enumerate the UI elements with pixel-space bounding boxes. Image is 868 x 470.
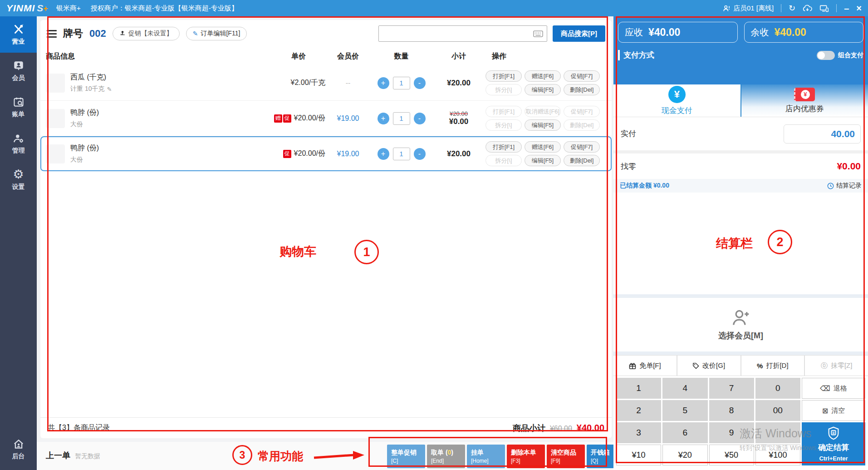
- numpad-key-1[interactable]: 1: [616, 378, 661, 399]
- denom-100-key[interactable]: ¥100: [755, 445, 800, 465]
- denom-10-key[interactable]: ¥10: [616, 445, 661, 465]
- person-plus-icon: [731, 308, 751, 327]
- whole-order-promo-button[interactable]: 整单促销 [C]: [387, 445, 425, 468]
- cart-row-duckneck[interactable]: 鸭脖 (份) 大份 促 ¥20.00/份 ¥19.00 + - ¥20.00: [40, 136, 612, 172]
- product-search-input[interactable]: [383, 30, 533, 38]
- hold-order-button[interactable]: 挂单 [Home]: [467, 445, 505, 468]
- sidebar-item-settings[interactable]: ⚙ 设置: [0, 162, 37, 198]
- clear-products-button[interactable]: 清空商品 [F9]: [547, 445, 585, 468]
- sidebar-item-bills[interactable]: 账单: [0, 89, 37, 125]
- edit-weight-icon[interactable]: ✎: [107, 86, 112, 93]
- product-thumbnail: [46, 74, 65, 93]
- receivable-box: 应收 ¥40.00: [618, 22, 738, 43]
- cart-row-duckneck-gift[interactable]: 鸭脖 (份) 大份 赠 促 ¥20.00/份 ¥19.00 + -: [40, 101, 612, 136]
- logo-text: YINMI: [6, 3, 35, 13]
- delete-row-button[interactable]: 删除[Del]: [564, 155, 600, 166]
- qty-input[interactable]: [393, 112, 410, 125]
- paid-amount-input[interactable]: [784, 124, 861, 143]
- qty-plus-button[interactable]: +: [378, 113, 389, 124]
- sidebar-item-members[interactable]: 会员: [0, 53, 37, 89]
- member-price: ¥19.00: [325, 150, 371, 158]
- sidebar-item-label: 管理: [12, 147, 25, 155]
- sidebar-item-label: 后台: [12, 452, 25, 460]
- combo-pay-toggle[interactable]: [817, 51, 835, 60]
- minimize-button[interactable]: –: [844, 4, 849, 13]
- gift-row-button[interactable]: 赠送[F6]: [525, 70, 561, 82]
- numpad-key-9[interactable]: 9: [709, 422, 754, 443]
- free-order-button[interactable]: 免单[F]: [613, 356, 677, 376]
- cart-table-header: 商品信息 单价 会员价 数量 小计 操作: [40, 47, 612, 65]
- denom-20-key[interactable]: ¥20: [662, 445, 707, 465]
- qty-input[interactable]: [393, 77, 410, 89]
- retrieve-order-button[interactable]: 取单 (0) [End]: [427, 445, 465, 468]
- delete-order-button[interactable]: 删除本单 [F3]: [507, 445, 545, 468]
- select-member-label: 选择会员[M]: [718, 330, 763, 341]
- gift-badge: 赠: [274, 114, 282, 123]
- menu-icon[interactable]: [47, 30, 57, 38]
- confirm-settle-button[interactable]: 确定结算 Ctrl+Enter: [802, 422, 865, 465]
- tab-cash-payment[interactable]: ¥ 现金支付: [613, 84, 741, 117]
- sync-icon[interactable]: ↻: [789, 4, 795, 12]
- qty-minus-button[interactable]: -: [414, 148, 426, 160]
- product-search-button[interactable]: 商品搜索[P]: [553, 25, 605, 42]
- promotion-button[interactable]: 促销【未设置】: [113, 27, 180, 40]
- numpad-key-4[interactable]: 4: [662, 378, 707, 399]
- numpad-key-2[interactable]: 2: [616, 400, 661, 421]
- delete-row-button: 删除[Del]: [564, 119, 600, 131]
- subtotal-label: 商品小计: [513, 423, 545, 434]
- discount-row-button[interactable]: 打折[F1]: [485, 141, 522, 153]
- qty-plus-button[interactable]: +: [378, 148, 389, 160]
- tab-store-coupon[interactable]: ¥ 店内优惠券: [741, 84, 868, 117]
- qty-minus-button[interactable]: -: [414, 113, 426, 124]
- clock-icon: [827, 183, 834, 189]
- settle-record-link[interactable]: 结算记录: [827, 182, 862, 190]
- combo-pay-label: 组合支付: [838, 51, 863, 59]
- keyboard-icon[interactable]: [533, 30, 543, 37]
- denom-50-key[interactable]: ¥50: [709, 445, 754, 465]
- previous-order-label[interactable]: 上一单: [46, 450, 70, 461]
- split-row-button: 拆分[\]: [485, 119, 522, 131]
- sidebar-item-backend[interactable]: 后台: [0, 431, 37, 467]
- numpad-key-8[interactable]: 8: [709, 400, 754, 421]
- discount-row-button[interactable]: 打折[F1]: [485, 70, 522, 82]
- qty-input[interactable]: [393, 148, 410, 160]
- qty-minus-button[interactable]: -: [414, 77, 426, 89]
- promo-row-button[interactable]: 促销[F7]: [564, 141, 600, 153]
- select-member-button[interactable]: 选择会员[M]: [613, 298, 868, 351]
- record-count: 共【3】条商品记录: [48, 423, 110, 433]
- change-row: 找零 ¥0.00: [613, 153, 868, 179]
- sidebar-item-manage[interactable]: 管理: [0, 125, 37, 162]
- edit-row-button[interactable]: 编辑[F5]: [525, 155, 561, 166]
- button-label: 挂单: [471, 449, 484, 457]
- tab-label: 店内优惠券: [785, 104, 824, 114]
- clear-key[interactable]: ⊠ 清空: [802, 400, 865, 421]
- promo-row-button[interactable]: 促销[F7]: [564, 70, 600, 82]
- edit-row-button[interactable]: 编辑[F5]: [525, 119, 561, 131]
- sidebar-item-sales[interactable]: 营业: [0, 16, 37, 53]
- button-label: 抹零[Z]: [831, 361, 853, 370]
- discount-button[interactable]: % 打折[D]: [741, 356, 804, 376]
- col-product-info: 商品信息: [46, 52, 272, 61]
- numpad-key-3[interactable]: 3: [616, 422, 661, 443]
- cart-rows: 西瓜 (千克) 计重 10千克 ✎ ¥2.00/千克 -- + - ¥20.00: [40, 65, 612, 417]
- numpad-key-00[interactable]: 00: [755, 400, 800, 421]
- clerk-status[interactable]: 店员01 [离线]: [723, 4, 774, 13]
- close-button[interactable]: ×: [856, 4, 862, 13]
- backspace-key[interactable]: ⌫ 退格: [802, 378, 865, 399]
- gift-row-button[interactable]: 赠送[F6]: [525, 141, 561, 153]
- bill-search-icon: [13, 96, 25, 108]
- qty-plus-button[interactable]: +: [378, 77, 389, 89]
- numpad-key-7[interactable]: 7: [709, 378, 754, 399]
- cart-row-watermelon[interactable]: 西瓜 (千克) 计重 10千克 ✎ ¥2.00/千克 -- + - ¥20.00: [40, 65, 612, 101]
- cash-icon: ¥: [668, 86, 686, 103]
- numpad-key-6[interactable]: 6: [662, 422, 707, 443]
- numpad-key-5[interactable]: 5: [662, 400, 707, 421]
- edit-row-button[interactable]: 编辑[F5]: [525, 84, 561, 95]
- coupon-icon: ¥: [794, 88, 815, 101]
- change-price-button[interactable]: 改价[G]: [677, 356, 740, 376]
- order-edit-button[interactable]: ✎ 订单编辑[F11]: [186, 27, 247, 40]
- delete-row-button[interactable]: 删除[Del]: [564, 84, 600, 95]
- devices-icon[interactable]: [819, 5, 829, 12]
- numpad-key-0[interactable]: 0: [755, 378, 800, 399]
- cloud-download-icon[interactable]: [803, 5, 812, 12]
